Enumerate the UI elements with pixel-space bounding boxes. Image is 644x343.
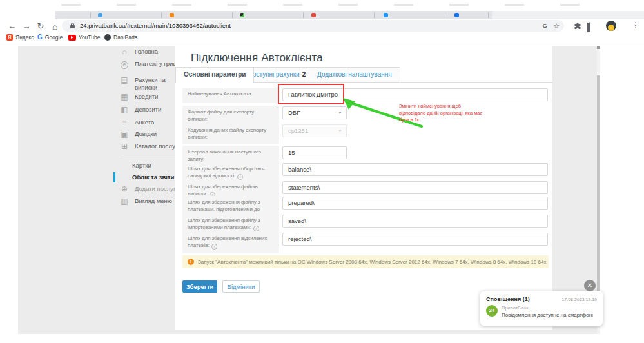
field-label: Найменування Автоклієнта: (182, 88, 279, 103)
field-label: Кодування даних файлу експорту виписки: (182, 124, 279, 144)
rejected-path-input[interactable]: rejected\ (282, 233, 548, 246)
cancel-button[interactable]: Відмінити (222, 280, 260, 293)
bookmark-google[interactable]: G Google (37, 34, 63, 41)
sidebar-item-credits[interactable]: ▦ Кредити (120, 93, 181, 101)
extensions-icon[interactable] (574, 22, 581, 30)
deposits-icon: ◧ (120, 106, 129, 114)
close-icon[interactable]: ✕ (584, 280, 596, 291)
back-button[interactable]: ← (6, 21, 18, 32)
bookmark-youtube[interactable]: YouTube (68, 34, 100, 41)
lock-icon (70, 23, 75, 29)
bookmarks-bar: Я Яндекс G Google YouTube DaniParts (0, 32, 644, 43)
notification-toast: Сповіщення (1) 17.08.2023 13:19 24 Прива… (480, 291, 603, 326)
saved-path-input[interactable]: saved\ (282, 215, 548, 228)
bookmark-yandex[interactable]: Я Яндекс (6, 34, 34, 41)
tab-strip-empty-area (492, 11, 644, 19)
annotation-note: Змінити найменування щоб відповідало дан… (399, 103, 483, 124)
yandex-icon: Я (6, 34, 13, 41)
info-icon[interactable]: i (253, 226, 259, 231)
translate-icon[interactable]: G (543, 21, 547, 30)
plus-circle-icon: ⊕ (120, 185, 129, 193)
questionnaire-icon: ≡ (120, 119, 129, 127)
tab-favicon[interactable] (311, 13, 316, 17)
url-text[interactable]: 24.privatbank.ua/#external/main/10303934… (80, 20, 231, 32)
certificates-icon: ▣ (120, 130, 129, 139)
statements-path-input[interactable]: statements\ (282, 181, 548, 194)
sidebar-item-add-service[interactable]: ⊕ Додати послугу (120, 185, 181, 193)
notification-sender: ПриватБанк (502, 305, 593, 311)
youtube-icon (68, 35, 76, 41)
tab-separator (374, 12, 375, 18)
forward-button[interactable]: → (21, 21, 32, 32)
info-icon[interactable]: i (237, 174, 243, 180)
prepared-path-input[interactable]: prepared\ (282, 197, 548, 210)
field-label: Формат файлу для експорту виписки: (182, 106, 279, 126)
privatbank-logo-icon: 24 (486, 305, 498, 317)
menu-dots-icon[interactable]: ⋮ (632, 21, 639, 30)
credits-icon: ▦ (120, 93, 129, 101)
tab-separator (303, 12, 304, 18)
info-icon[interactable]: i (211, 244, 217, 250)
tab-favicon[interactable] (384, 13, 388, 17)
export-format-select[interactable]: DBF▼ (282, 106, 347, 119)
tab-favicon[interactable] (98, 13, 102, 17)
notification-title: Сповіщення (1) (486, 296, 530, 302)
warning-icon: ! (188, 259, 194, 265)
address-bar[interactable]: 24.privatbank.ua/#external/main/10303934… (62, 20, 564, 32)
os-warning-banner: ! Запуск "Автоклієнта" можливий тільки н… (182, 255, 549, 268)
request-interval-input[interactable]: 15 (282, 146, 347, 159)
scrollbar-thumb[interactable] (597, 75, 600, 303)
content-panel: Підключення Автоклієнта Основні параметр… (175, 46, 552, 330)
home-button[interactable]: ⌂ (49, 21, 61, 32)
services-catalog-icon: ⊞ (120, 142, 129, 151)
sidebar-item-menu-view[interactable]: ▥ Вигляд меню (120, 197, 181, 206)
sidebar-item-services-catalog[interactable]: ⊞ Каталог послуг (120, 142, 181, 151)
sidebar-item-accounts-statements[interactable]: ▤ Рахунки та виписки (120, 76, 181, 92)
hryvnia-payments-icon: ₴ (120, 60, 129, 69)
menu-view-icon: ▥ (120, 197, 129, 206)
google-g-icon: G (37, 34, 43, 41)
tab-additional-settings[interactable]: Додаткові налаштування (309, 67, 400, 83)
annotation-highlight-box (278, 84, 344, 104)
home-icon: ⌂ (120, 48, 129, 56)
scrollbar-arrow[interactable] (597, 46, 600, 49)
tab-separator (161, 12, 162, 18)
sidebar-item-payments[interactable]: ₴ Платежі у гривні (120, 60, 181, 69)
balance-path-input[interactable]: balance\ (282, 163, 548, 176)
sidebar-divider (120, 157, 175, 157)
tab-separator (232, 12, 233, 18)
tab-separator (488, 12, 489, 18)
background-tab-text-hint (61, 4, 616, 6)
sidebar-item-questionnaire[interactable]: ≡ Анкета (120, 119, 181, 127)
sidebar-item-deposits[interactable]: ◧ Депозити (120, 106, 181, 114)
save-button[interactable]: Зберегти (182, 280, 217, 293)
field-label: Шлях для збереження відхилених платежів:… (182, 232, 279, 253)
browser-window: ← → ↻ ⌂ 24.privatbank.ua/#external/main/… (0, 0, 644, 343)
bookmark-star-icon[interactable]: ☆ (553, 21, 560, 30)
chrome-divider (0, 43, 644, 43)
profile-avatar[interactable] (606, 21, 616, 31)
tab-favicon[interactable] (240, 13, 244, 17)
sidebar-item-certificates[interactable]: ▣ Довідки (120, 130, 181, 139)
notification-message: Повідомлення доступне на смартфоні (502, 312, 593, 318)
sidebar-item-home[interactable]: ⌂ Головна (120, 48, 181, 56)
encoding-select-disabled: cp1251▼ (282, 124, 347, 137)
notification-timestamp: 17.08.2023 13:19 (562, 297, 598, 302)
page-title: Підключення Автоклієнта (191, 52, 323, 64)
tab-main-parameters[interactable]: Основні параметри (175, 67, 254, 83)
bookmark-daniparts[interactable]: DaniParts (104, 34, 137, 41)
reload-button[interactable]: ↻ (35, 21, 46, 32)
tab-favicon[interactable] (454, 13, 459, 17)
tab-separator (445, 12, 445, 18)
globe-icon (104, 34, 111, 41)
accounts-statements-icon: ▤ (120, 76, 129, 84)
active-item-indicator (113, 172, 115, 182)
tab-favicon[interactable] (170, 13, 174, 17)
tab-separator (90, 12, 91, 18)
tab-count-badge: 2 (302, 71, 306, 78)
